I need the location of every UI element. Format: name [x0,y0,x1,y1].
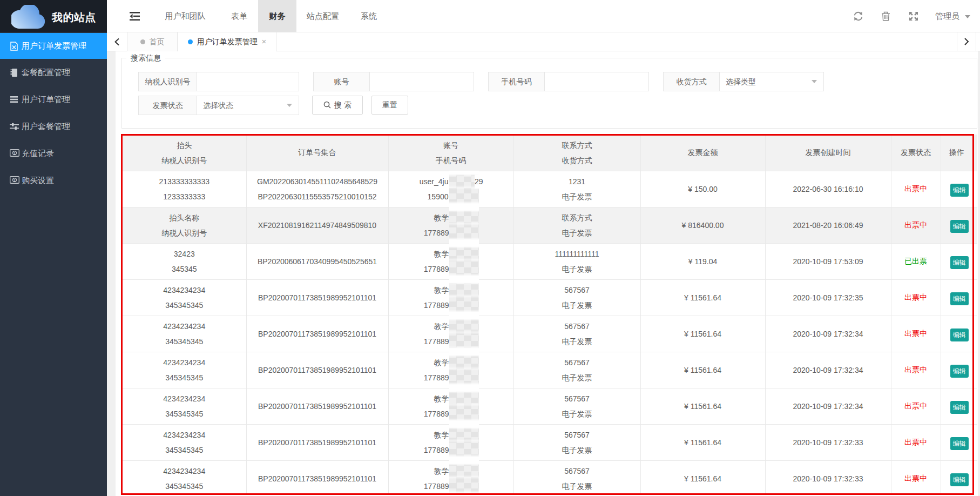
svg-text:1: 1 [13,178,16,182]
svg-text:1: 1 [13,151,16,155]
